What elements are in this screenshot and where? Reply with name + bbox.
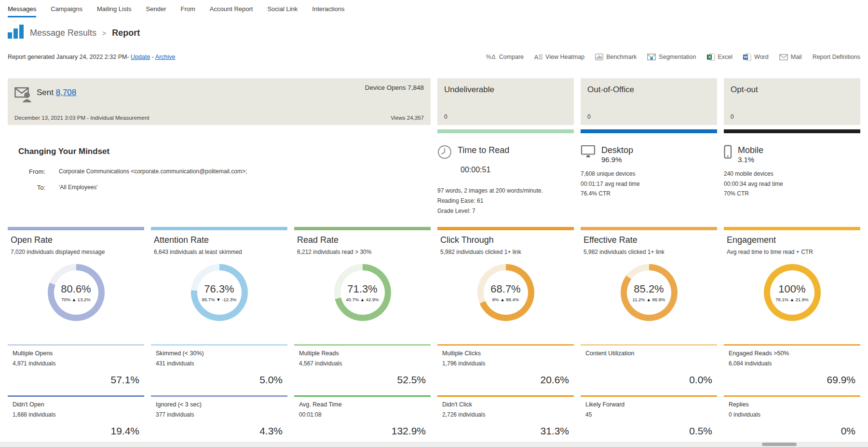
- horizontal-scrollbar[interactable]: [0, 442, 868, 447]
- substat-value: 20.6%: [442, 374, 569, 386]
- toolbar-word-button[interactable]: WWord: [743, 53, 769, 61]
- toolbar-segmentation-button[interactable]: Segmentation: [647, 54, 696, 60]
- substat-label: Didn't Open: [13, 401, 139, 408]
- status-box-opt-out: Opt-out0: [724, 78, 860, 133]
- substat-label: Multiple Clicks: [442, 350, 569, 357]
- status-box-opt-out-panel: Opt-out0: [724, 78, 860, 125]
- segmentation-icon: [647, 54, 656, 60]
- tab-account-report[interactable]: Account Report: [210, 5, 253, 17]
- donut-chart-engagement: 100%78.1% ▲ 21.9%: [764, 264, 821, 321]
- substat-detail: 431 individuals: [156, 360, 283, 367]
- substat-label: Likely Forward: [585, 401, 712, 408]
- metric-card-subtitle: 6,643 individuals at least skimmed: [154, 249, 285, 255]
- substat-detail: [585, 360, 712, 367]
- word-icon: W: [743, 53, 751, 61]
- substat-didn-t-open: Didn't Open1,688 individuals19.4%: [8, 395, 144, 442]
- metric-delta: 11.2% ▲ 86.9%: [633, 297, 665, 302]
- status-box-out-of-office: Out-of-Office0: [581, 78, 717, 133]
- substat-engaged-reads-50: Engaged Reads >50%6,084 individuals69.9%: [724, 344, 860, 391]
- donut-chart-attention-rate: 76.3%85.7% ▼ -12.3%: [191, 264, 248, 321]
- toolbar-view-heatmap-label: View Heatmap: [545, 54, 584, 60]
- donut-chart-click-through: 68.7%8% ▲ 88.4%: [477, 264, 534, 321]
- status-box-out-of-office-panel: Out-of-Office0: [581, 78, 717, 125]
- substat-value: 5.0%: [156, 374, 283, 386]
- substat-detail: 6,084 individuals: [729, 360, 855, 367]
- substat-detail: 0 individuals: [729, 411, 855, 418]
- tab-messages[interactable]: Messages: [8, 5, 36, 17]
- donut-center: 100%78.1% ▲ 21.9%: [770, 270, 814, 315]
- toolbar-view-heatmap-button[interactable]: AView Heatmap: [534, 54, 584, 60]
- device-block-header: Mobile3.1%: [724, 145, 860, 164]
- metric-card-title: Open Rate: [11, 235, 141, 245]
- toolbar-mail-button[interactable]: Mail: [779, 54, 802, 60]
- tab-sender[interactable]: Sender: [146, 5, 166, 17]
- time-to-read-value: 00:00:51: [461, 166, 574, 174]
- tab-campaigns[interactable]: Campaigns: [51, 5, 82, 17]
- horizontal-scrollbar-thumb[interactable]: [762, 443, 797, 446]
- substat-content-utilization: Content Utilization0.0%: [581, 344, 717, 391]
- status-box-title: Out-of-Office: [587, 85, 710, 95]
- metric-card-read-rate: Read Rate6,212 individuals read > 30%71.…: [294, 227, 431, 338]
- substat-detail: 1,796 individuals: [442, 360, 569, 367]
- archive-link[interactable]: Archive: [155, 54, 176, 60]
- substat-multiple-clicks: Multiple Clicks1,796 individuals20.6%: [437, 344, 574, 391]
- toolbar-excel-label: Excel: [718, 54, 733, 60]
- tab-interactions[interactable]: Interactions: [312, 5, 344, 17]
- status-box-title: Opt-out: [731, 85, 854, 95]
- device-stat-line: 7,608 unique devices: [581, 169, 717, 179]
- donut-center: 85.2%11.2% ▲ 86.9%: [627, 270, 671, 315]
- to-label: To:: [8, 184, 45, 191]
- device-opens-value: Device Opens 7,848: [365, 84, 424, 91]
- donut-center: 76.3%85.7% ▼ -12.3%: [197, 270, 242, 315]
- toolbar-benchmark-button[interactable]: Benchmark: [595, 54, 637, 60]
- metric-value: 80.6%: [61, 283, 91, 295]
- substat-label: Multiple Opens: [13, 350, 139, 357]
- device-stat-line: 70% CTR: [724, 189, 860, 199]
- substat-detail: 45: [585, 411, 712, 418]
- bar-chart-logo-icon: [8, 25, 24, 41]
- metric-card-title: Engagement: [727, 235, 857, 245]
- update-link[interactable]: Update: [131, 54, 150, 60]
- report-bar: Report generated January 24, 2022 2:32 P…: [8, 53, 860, 61]
- chevron-right-icon: >: [102, 28, 106, 37]
- metric-delta: 40.7% ▲ 42.9%: [346, 297, 379, 302]
- mail-icon: [779, 54, 788, 60]
- status-box-title: Undeliverable: [444, 85, 567, 95]
- substat-detail: 4,567 individuals: [299, 360, 426, 367]
- toolbar-compare-label: Compare: [499, 54, 524, 60]
- substat-multiple-opens: Multiple Opens4,971 individuals57.1%: [8, 344, 144, 391]
- device-stat-line: 76.4% CTR: [581, 189, 717, 199]
- tab-from[interactable]: From: [180, 5, 195, 17]
- toolbar-benchmark-label: Benchmark: [606, 54, 637, 60]
- substat-value: 69.9%: [729, 374, 855, 386]
- donut-chart-read-rate: 71.3%40.7% ▲ 42.9%: [334, 264, 391, 321]
- toolbar-compare-button[interactable]: %ΔCompare: [486, 54, 524, 60]
- toolbar-segmentation-label: Segmentation: [659, 54, 696, 60]
- substat-label: Content Utilization: [585, 350, 712, 357]
- metric-card-subtitle: Avg read time to time read + CTR: [727, 249, 857, 255]
- sent-label: Sent: [37, 88, 54, 97]
- metric-card-title: Click Through: [440, 235, 571, 245]
- device-title: Mobile: [738, 145, 763, 155]
- tab-social-link[interactable]: Social Link: [267, 5, 298, 17]
- status-box-underline-bar: [724, 129, 860, 133]
- metric-cards-row: Open Rate7,020 individuals displayed mes…: [0, 227, 868, 338]
- device-share-pct: 96.9%: [601, 155, 633, 164]
- breadcrumb-section[interactable]: Message Results: [30, 28, 96, 38]
- desktop-icon: [581, 145, 596, 160]
- metric-card-attention-rate: Attention Rate6,643 individuals at least…: [151, 227, 287, 338]
- sent-count-link[interactable]: 8,708: [56, 88, 77, 97]
- toolbar-report-definitions-button[interactable]: Report Definitions: [813, 54, 860, 60]
- substat-label: Engaged Reads >50%: [729, 350, 855, 357]
- substat-value: 31.3%: [442, 425, 569, 437]
- metric-value: 85.2%: [634, 283, 664, 295]
- message-details-row: Changing Your Mindset From: Corporate Co…: [0, 141, 868, 218]
- metric-card-subtitle: 5,982 individuals clicked 1+ link: [440, 249, 571, 255]
- tab-mailing-lists[interactable]: Mailing Lists: [97, 5, 132, 17]
- toolbar-excel-button[interactable]: XExcel: [707, 53, 733, 61]
- metric-card-title: Effective Rate: [583, 235, 714, 245]
- substat-label: Ignored (< 3 sec): [156, 401, 283, 408]
- metric-card-subtitle: 7,020 individuals displayed message: [11, 249, 141, 255]
- donut-center: 68.7%8% ▲ 88.4%: [484, 270, 528, 315]
- status-box-undeliverable: Undeliverable0: [437, 78, 574, 133]
